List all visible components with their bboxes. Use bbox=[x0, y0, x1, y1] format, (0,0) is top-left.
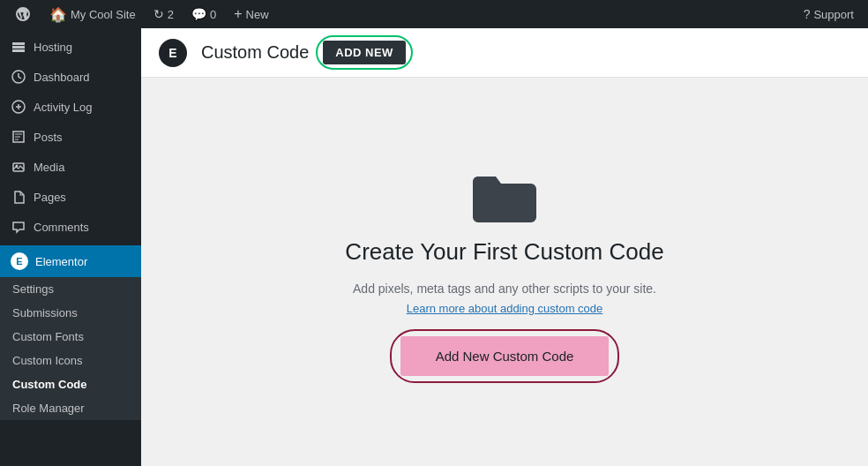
sidebar-sub-item-custom-icons[interactable]: Custom Icons bbox=[0, 349, 141, 372]
sidebar-sub-item-custom-fonts[interactable]: Custom Fonts bbox=[0, 325, 141, 349]
updates-button[interactable]: ↻ 2 bbox=[146, 0, 181, 28]
main-layout: Hosting Dashboard Activity Log Posts bbox=[0, 28, 868, 466]
learn-more-link[interactable]: Learn more about adding custom code bbox=[407, 302, 603, 315]
dashboard-icon bbox=[11, 69, 26, 85]
sidebar-sub-item-settings[interactable]: Settings bbox=[0, 277, 141, 301]
sidebar-elementor-header[interactable]: E Elementor bbox=[0, 245, 141, 277]
sidebar-item-hosting[interactable]: Hosting bbox=[0, 32, 141, 62]
sidebar-item-posts[interactable]: Posts bbox=[0, 122, 141, 152]
page-title: Custom Code bbox=[201, 42, 309, 63]
sidebar-item-media[interactable]: Media bbox=[0, 152, 141, 182]
posts-icon bbox=[11, 129, 26, 145]
top-bar: 🏠 My Cool Site ↻ 2 💬 0 + New ? Support bbox=[0, 0, 868, 28]
sidebar-item-activity-log[interactable]: Activity Log bbox=[0, 92, 141, 122]
pages-icon bbox=[11, 189, 26, 205]
wp-logo[interactable] bbox=[7, 0, 39, 28]
empty-state-title: Create Your First Custom Code bbox=[345, 238, 663, 266]
add-custom-code-btn-wrapper: Add New Custom Code bbox=[400, 336, 610, 376]
sidebar-sub-item-custom-code[interactable]: Custom Code bbox=[0, 372, 141, 396]
media-icon bbox=[11, 159, 26, 175]
comments-icon bbox=[11, 219, 26, 235]
comments-button[interactable]: 💬 0 bbox=[184, 0, 223, 28]
new-button[interactable]: + New bbox=[227, 0, 275, 28]
add-new-btn-wrapper: ADD NEW bbox=[323, 41, 406, 64]
support-button[interactable]: ? Support bbox=[797, 0, 861, 28]
add-custom-code-button[interactable]: Add New Custom Code bbox=[400, 336, 610, 376]
header-elementor-icon: E bbox=[159, 39, 187, 67]
empty-state: Create Your First Custom Code Add pixels… bbox=[310, 132, 699, 411]
sidebar-sub-item-submissions[interactable]: Submissions bbox=[0, 301, 141, 325]
empty-state-description: Add pixels, meta tags and any other scri… bbox=[353, 280, 656, 315]
sidebar-sub-section: Settings Submissions Custom Fonts Custom… bbox=[0, 277, 141, 420]
sidebar-sub-item-role-manager[interactable]: Role Manager bbox=[0, 396, 141, 420]
activity-icon bbox=[11, 99, 26, 115]
sidebar-item-comments[interactable]: Comments bbox=[0, 212, 141, 242]
header-bar: E Custom Code ADD NEW bbox=[141, 28, 868, 78]
content-area: E Custom Code ADD NEW Create Your First … bbox=[141, 28, 868, 466]
add-new-button[interactable]: ADD NEW bbox=[323, 41, 406, 64]
sidebar: Hosting Dashboard Activity Log Posts bbox=[0, 28, 141, 466]
hosting-icon bbox=[11, 39, 26, 55]
site-name[interactable]: 🏠 My Cool Site bbox=[42, 0, 143, 28]
sidebar-item-pages[interactable]: Pages bbox=[0, 182, 141, 212]
elementor-icon: E bbox=[11, 252, 28, 270]
sidebar-item-dashboard[interactable]: Dashboard bbox=[0, 62, 141, 92]
folder-icon bbox=[469, 168, 540, 224]
main-content: Create Your First Custom Code Add pixels… bbox=[141, 78, 868, 466]
sidebar-main-section: Hosting Dashboard Activity Log Posts bbox=[0, 28, 141, 245]
